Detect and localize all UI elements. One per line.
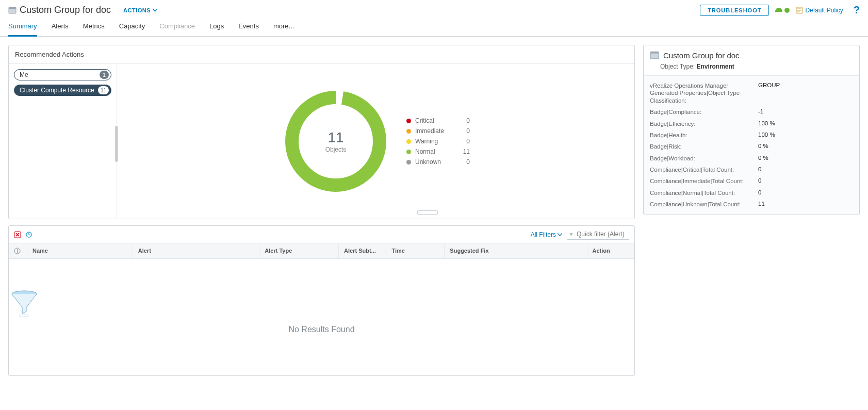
col-suggested-fix[interactable]: Suggested Fix (445, 243, 587, 258)
tabs: Summary Alerts Metrics Capacity Complian… (0, 18, 868, 37)
side-title: Custom Group for doc (644, 45, 859, 63)
health-badge-icon[interactable] (775, 8, 782, 12)
page-header: Custom Group for doc ACTIONS TROUBLESHOO… (0, 0, 868, 18)
policy-icon (796, 7, 803, 14)
dot-icon (406, 139, 411, 144)
group-icon (650, 51, 659, 60)
prop-row: Compliance|Unknown|Total Count:11 (650, 199, 853, 210)
col-time[interactable]: Time (386, 243, 445, 258)
tab-alerts[interactable]: Alerts (52, 18, 69, 36)
svg-rect-7 (17, 249, 18, 250)
tab-compliance: Compliance (159, 18, 195, 36)
tab-capacity[interactable]: Capacity (119, 18, 145, 36)
prop-row: Badge|Health:100 % (650, 129, 853, 141)
alerts-toolbar: All Filters ▼ (9, 226, 634, 243)
all-filters-dropdown[interactable]: All Filters (531, 231, 562, 238)
policy-label: Default Policy (805, 7, 843, 14)
status-ok-icon[interactable] (784, 8, 790, 13)
scope-chip-me[interactable]: Me 1 (14, 69, 111, 80)
prop-row: Compliance|Critical|Total Count:0 (650, 164, 853, 175)
properties-list: vRealize Operations Manager Generated Pr… (644, 76, 859, 215)
side-object-type: Object Type: Environment (644, 63, 859, 76)
legend-immediate: Immediate 0 (406, 127, 470, 135)
svg-rect-1 (9, 7, 16, 9)
recommended-actions-header: Recommended Actions (9, 45, 634, 64)
dot-icon (406, 119, 411, 123)
svg-rect-8 (17, 250, 18, 253)
health-donut-chart: 11 Objects Critical 0 (117, 64, 634, 219)
chevron-down-icon (153, 9, 157, 12)
prop-row: Badge|Compliance:-1 (650, 106, 853, 118)
empty-text: No Results Found (9, 325, 634, 334)
tab-logs[interactable]: Logs (209, 18, 224, 36)
scope-label: Me (20, 71, 28, 78)
help-icon[interactable]: ? (854, 4, 860, 16)
object-type-value: Environment (697, 63, 734, 70)
legend-normal: Normal 11 (406, 148, 470, 155)
side-title-text: Custom Group for doc (663, 51, 740, 60)
col-action[interactable]: Action (587, 243, 634, 258)
dot-icon (406, 129, 411, 134)
col-alert-type[interactable]: Alert Type (259, 243, 339, 258)
alerts-empty-state: No Results Found (9, 259, 634, 375)
prop-row: vRealize Operations Manager Generated Pr… (650, 80, 853, 106)
chart-legend: Critical 0 Immediate 0 Warning (406, 117, 470, 166)
status-icons (775, 8, 790, 13)
legend-critical: Critical 0 (406, 117, 470, 124)
scope-label: Cluster Compute Resource (20, 87, 94, 94)
tab-summary[interactable]: Summary (8, 18, 37, 37)
delete-alert-icon[interactable] (14, 231, 21, 238)
donut-label: Objects (325, 146, 347, 153)
svg-point-10 (19, 315, 29, 317)
object-details-panel: Custom Group for doc Object Type: Enviro… (643, 45, 860, 215)
quick-filter-input[interactable] (567, 229, 629, 240)
svg-rect-12 (650, 52, 659, 53)
scope-count: 11 (98, 86, 109, 94)
all-filters-label: All Filters (531, 231, 556, 238)
refresh-alert-icon[interactable] (25, 231, 32, 238)
legend-unknown: Unknown 0 (406, 158, 470, 166)
alerts-table-header: Name Alert Alert Type Alert Subt... Time… (9, 243, 634, 259)
col-alert-subtype[interactable]: Alert Subt... (339, 243, 386, 258)
tab-metrics[interactable]: Metrics (83, 18, 105, 36)
prop-row: Compliance|Normal|Total Count:0 (650, 187, 853, 199)
scope-chip-cluster[interactable]: Cluster Compute Resource 11 (14, 85, 111, 96)
col-name[interactable]: Name (27, 243, 133, 258)
actions-dropdown[interactable]: ACTIONS (123, 7, 157, 13)
funnel-large-icon (9, 290, 634, 318)
tab-more[interactable]: more... (273, 18, 294, 36)
object-type-label: Object Type: (660, 63, 695, 70)
page-title-text: Custom Group for doc (20, 5, 111, 15)
dot-icon (406, 150, 411, 154)
h-scrollbar[interactable] (417, 210, 438, 215)
legend-warning: Warning 0 (406, 138, 470, 145)
prop-row: Badge|Risk:0 % (650, 141, 853, 152)
actions-label: ACTIONS (123, 7, 151, 13)
col-status-icon[interactable] (9, 243, 27, 258)
chevron-down-icon (558, 233, 562, 236)
dot-icon (406, 160, 411, 165)
donut-value: 11 (325, 129, 347, 146)
page-title: Custom Group for doc (8, 5, 111, 15)
header-right: TROUBLESHOOT Default Policy ? (700, 4, 860, 16)
alerts-panel: All Filters ▼ Name Alert Alert Type Aler… (8, 225, 635, 376)
scope-count: 1 (100, 71, 109, 79)
troubleshoot-button[interactable]: TROUBLESHOOT (700, 5, 769, 16)
prop-row: Badge|Workload:0 % (650, 153, 853, 164)
tab-events[interactable]: Events (238, 18, 259, 36)
scope-list: Me 1 Cluster Compute Resource 11 (9, 64, 117, 219)
policy-link[interactable]: Default Policy (796, 7, 843, 14)
prop-row: Compliance|Immediate|Total Count:0 (650, 175, 853, 187)
recommended-actions-panel: Recommended Actions Me 1 Cluster Compute… (8, 45, 635, 219)
col-alert[interactable]: Alert (133, 243, 260, 258)
group-icon (8, 6, 17, 14)
prop-row: Badge|Efficiency:100 % (650, 118, 853, 129)
